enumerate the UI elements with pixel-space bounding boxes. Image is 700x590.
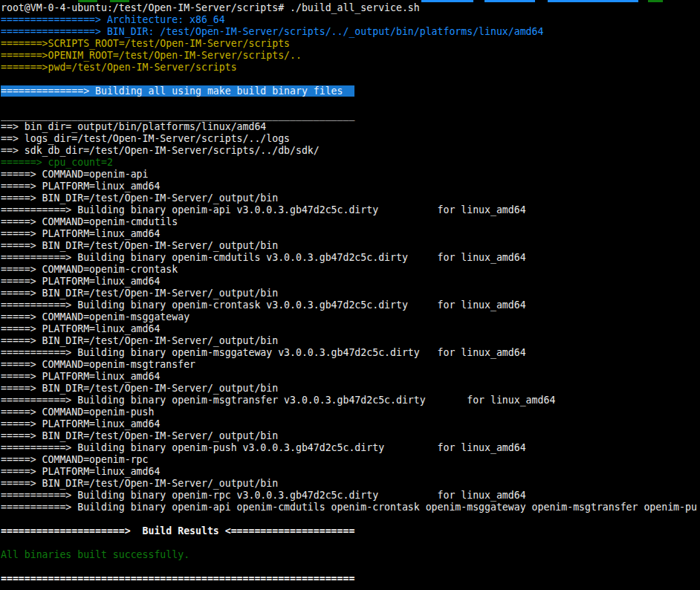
previous-line-fragments — [0, 0, 700, 2]
equals-separator: ========================================… — [1, 573, 700, 585]
bin-dir-var-line: ==> bin_dir=_output/bin/platforms/linux/… — [1, 121, 700, 133]
underscore-separator: ________________________________________… — [1, 109, 700, 121]
shell-prompt-line: root@VM-0-4-ubuntu:/test/Open-IM-Server/… — [1, 2, 700, 14]
building-binary-line: ===========> Building binary openim-msgt… — [1, 395, 700, 406]
bin-dir-line: =====> BIN_DIR=/test/Open-IM-Server/_out… — [1, 288, 700, 299]
command-line: =====> COMMAND=openim-api — [1, 169, 700, 181]
platform-line: =====> PLATFORM=linux_amd64 — [1, 228, 700, 240]
building-binary-line: ===========> Building binary openim-msgg… — [1, 347, 700, 359]
text-fragment — [485, 0, 535, 2]
scripts-root-line: =======>SCRIPTS_ROOT=/test/Open-IM-Serve… — [1, 38, 700, 50]
platform-line: =====> PLATFORM=linux_amd64 — [1, 181, 700, 192]
building-binary-line: ===========> Building binary openim-push… — [1, 442, 700, 454]
sdk-db-dir-var-line: ==> sdk_db_dir=/test/Open-IM-Server/scri… — [1, 145, 700, 157]
highlighted-banner-text: ==============> Building all using make … — [1, 85, 354, 97]
pwd-line: =======>pwd=/test/Open-IM-Server/scripts — [1, 62, 700, 74]
building-binary-line: ===========> Building binary openim-rpc … — [1, 490, 700, 502]
text-fragment — [110, 0, 129, 2]
blank-line — [1, 537, 700, 549]
building-binary-line: ===========> Building binary openim-cmdu… — [1, 252, 700, 264]
platform-line: =====> PLATFORM=linux_amd64 — [1, 276, 700, 288]
text-fragment — [421, 0, 473, 2]
build-all-banner: ==============> Building all using make … — [1, 85, 700, 97]
building-binary-line: ===========> Building binary openim-api … — [1, 204, 700, 216]
bin-dir-line: =====> BIN_DIR=/test/Open-IM-Server/_out… — [1, 430, 700, 442]
text-fragment — [648, 0, 663, 2]
command-line: =====> COMMAND=openim-push — [1, 406, 700, 418]
command-line: =====> COMMAND=openim-msggateway — [1, 311, 700, 323]
terminal-screen[interactable]: root@VM-0-4-ubuntu:/test/Open-IM-Server/… — [0, 0, 700, 590]
build-results-header: =====================> Build Results <==… — [1, 525, 700, 537]
blank-line — [1, 74, 700, 85]
platform-line: =====> PLATFORM=linux_amd64 — [1, 418, 700, 430]
building-binary-line: ===========> Building binary openim-cron… — [1, 299, 700, 311]
openim-root-line: =======>OPENIM_ROOT=/test/Open-IM-Server… — [1, 50, 700, 62]
terminal-output: root@VM-0-4-ubuntu:/test/Open-IM-Server/… — [1, 2, 700, 585]
bin-dir-line: =====> BIN_DIR=/test/Open-IM-Server/_out… — [1, 240, 700, 252]
platform-line: =====> PLATFORM=linux_amd64 — [1, 371, 700, 383]
command-line: =====> COMMAND=openim-rpc — [1, 454, 700, 466]
success-message: All binaries built successfully. — [1, 549, 700, 561]
bin-dir-line: =====> BIN_DIR=/test/Open-IM-Server/_out… — [1, 383, 700, 395]
command-line: =====> COMMAND=openim-cmdutils — [1, 216, 700, 228]
bin-dir-line: =====> BIN_DIR=/test/Open-IM-Server/_out… — [1, 335, 700, 347]
blank-line — [1, 513, 700, 525]
cpu-count-line: ======> cpu_count=2 — [1, 157, 700, 169]
blank-line — [1, 561, 700, 573]
bin-dir-info-line: ================> BIN_DIR: /test/Open-IM… — [1, 26, 700, 38]
text-fragment — [548, 0, 638, 2]
logs-dir-var-line: ==> logs_dir=/test/Open-IM-Server/script… — [1, 133, 700, 145]
bin-dir-line: =====> BIN_DIR=/test/Open-IM-Server/_out… — [1, 478, 700, 490]
architecture-line: ================> Architecture: x86_64 — [1, 14, 700, 26]
platform-line: =====> PLATFORM=linux_amd64 — [1, 323, 700, 335]
bin-dir-line: =====> BIN_DIR=/test/Open-IM-Server/_out… — [1, 192, 700, 204]
command-line: =====> COMMAND=openim-msgtransfer — [1, 359, 700, 371]
command-line: =====> COMMAND=openim-crontask — [1, 264, 700, 276]
text-fragment — [78, 0, 97, 2]
platform-line: =====> PLATFORM=linux_amd64 — [1, 466, 700, 478]
building-all-binaries-line: ===========> Building binary openim-api … — [1, 502, 700, 513]
blank-line — [1, 97, 700, 109]
